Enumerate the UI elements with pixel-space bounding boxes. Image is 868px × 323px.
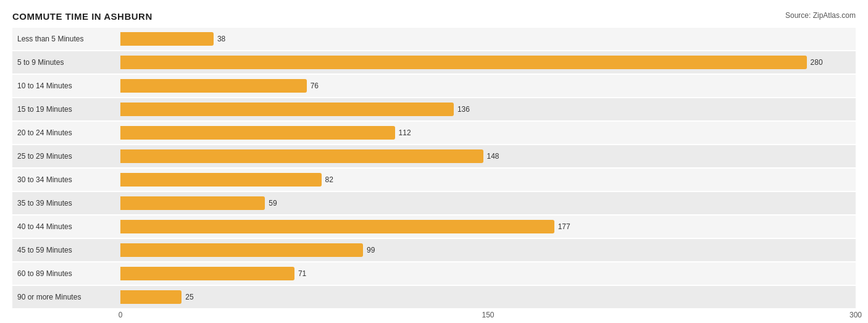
chart-container: COMMUTE TIME IN ASHBURN Source: ZipAtlas… <box>0 0 868 323</box>
bar-track: 136 <box>120 103 856 116</box>
bar-fill <box>120 196 265 210</box>
bar-row: Less than 5 Minutes38 <box>12 28 856 50</box>
bar-value: 82 <box>325 175 333 184</box>
chart-title: COMMUTE TIME IN ASHBURN <box>12 11 152 22</box>
bar-value: 112 <box>399 128 411 137</box>
bar-row: 10 to 14 Minutes76 <box>12 75 856 97</box>
bar-track: 38 <box>120 32 856 46</box>
bar-track: 148 <box>120 149 856 163</box>
x-axis-tick: 0 <box>119 311 123 319</box>
x-axis-inner: 0150300 <box>120 311 856 323</box>
bar-fill <box>120 32 214 46</box>
bar-fill <box>120 243 363 257</box>
x-axis-tick: 300 <box>849 311 862 319</box>
bar-label: 40 to 44 Minutes <box>12 222 120 231</box>
bar-label: Less than 5 Minutes <box>12 35 120 43</box>
bars-area: Less than 5 Minutes385 to 9 Minutes28010… <box>12 28 856 308</box>
bar-value: 38 <box>217 35 225 43</box>
x-axis-tick: 150 <box>482 311 494 319</box>
bar-row: 35 to 39 Minutes59 <box>12 192 856 214</box>
bar-fill <box>120 149 483 163</box>
bar-track: 177 <box>120 220 856 233</box>
bar-row: 25 to 29 Minutes148 <box>12 145 856 167</box>
bar-value: 280 <box>811 58 823 67</box>
bar-track: 25 <box>120 290 856 304</box>
bar-fill <box>120 79 307 93</box>
bar-track: 71 <box>120 267 856 280</box>
bar-label: 30 to 34 Minutes <box>12 175 120 184</box>
bar-value: 25 <box>185 293 193 301</box>
bar-row: 20 to 24 Minutes112 <box>12 122 856 144</box>
bar-value: 71 <box>298 269 306 278</box>
bar-row: 90 or more Minutes25 <box>12 286 856 308</box>
bar-value: 177 <box>558 222 570 231</box>
bar-row: 60 to 89 Minutes71 <box>12 262 856 285</box>
bar-track: 76 <box>120 79 856 93</box>
chart-header: COMMUTE TIME IN ASHBURN Source: ZipAtlas… <box>12 11 856 22</box>
bar-value: 136 <box>457 105 470 114</box>
bar-label: 60 to 89 Minutes <box>12 269 120 278</box>
bar-value: 99 <box>367 246 375 254</box>
bar-label: 25 to 29 Minutes <box>12 152 120 161</box>
bar-label: 15 to 19 Minutes <box>12 105 120 114</box>
bar-track: 280 <box>120 56 856 69</box>
bar-row: 40 to 44 Minutes177 <box>12 216 856 238</box>
bar-fill <box>120 220 554 233</box>
bar-fill <box>120 173 322 187</box>
bar-track: 99 <box>120 243 856 257</box>
bar-label: 20 to 24 Minutes <box>12 128 120 137</box>
bar-fill <box>120 126 395 140</box>
bar-track: 82 <box>120 173 856 187</box>
bar-value: 148 <box>487 152 499 161</box>
bar-fill <box>120 267 294 280</box>
bar-label: 90 or more Minutes <box>12 293 120 301</box>
bar-fill <box>120 290 182 304</box>
bar-track: 59 <box>120 196 856 210</box>
bar-fill <box>120 56 807 69</box>
bar-label: 10 to 14 Minutes <box>12 82 120 90</box>
bar-value: 76 <box>311 82 319 90</box>
bar-value: 59 <box>269 199 277 208</box>
chart-source: Source: ZipAtlas.com <box>785 11 856 20</box>
bar-row: 45 to 59 Minutes99 <box>12 239 856 261</box>
bar-label: 35 to 39 Minutes <box>12 199 120 208</box>
bar-row: 30 to 34 Minutes82 <box>12 169 856 191</box>
bar-track: 112 <box>120 126 856 140</box>
bar-label: 5 to 9 Minutes <box>12 58 120 67</box>
bar-row: 15 to 19 Minutes136 <box>12 98 856 120</box>
bar-fill <box>120 103 454 116</box>
x-axis: 0150300 <box>12 311 856 323</box>
bar-row: 5 to 9 Minutes280 <box>12 51 856 73</box>
bar-label: 45 to 59 Minutes <box>12 246 120 254</box>
